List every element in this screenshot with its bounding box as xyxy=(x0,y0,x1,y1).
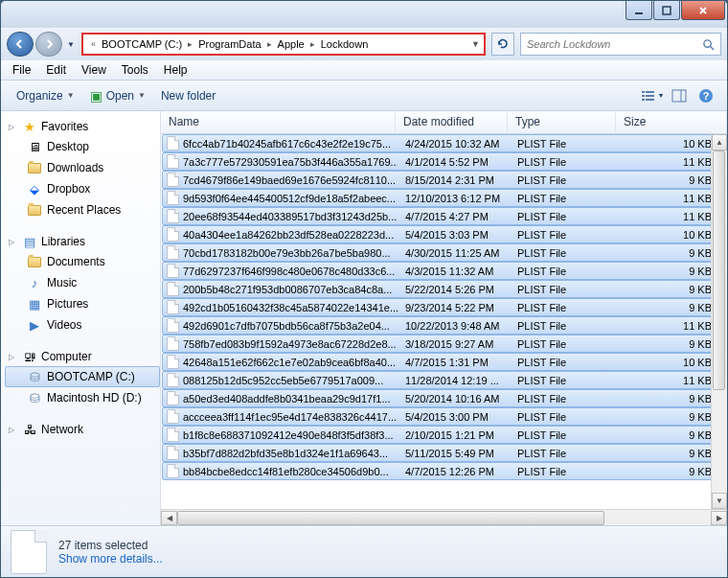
file-date: 9/23/2014 5:22 PM xyxy=(398,302,510,313)
file-list[interactable]: 6fcc4ab71b40245afb617c6c43e2f2e19c75...4… xyxy=(161,134,727,509)
sidebar-item-macintosh[interactable]: ⛁Macintosh HD (D:) xyxy=(5,387,160,408)
open-button[interactable]: ▣Open▼ xyxy=(82,85,153,106)
column-type[interactable]: Type xyxy=(508,111,616,133)
table-row[interactable]: 088125b12d5c952cc5eb5e6779517a009...11/2… xyxy=(162,371,726,389)
search-box[interactable] xyxy=(520,33,721,56)
sidebar-libraries-header[interactable]: ▷▤Libraries xyxy=(5,232,160,251)
sidebar-item-bootcamp[interactable]: ⛁BOOTCAMP (C:) xyxy=(5,366,160,387)
svg-rect-4 xyxy=(642,91,645,93)
table-row[interactable]: b35bf7d882d2bfd35e8b1d324e1f1a69643...5/… xyxy=(162,444,726,462)
breadcrumb-item[interactable]: ProgramData xyxy=(196,37,262,51)
file-type: PLIST File xyxy=(510,429,618,441)
sidebar-item-recent[interactable]: Recent Places xyxy=(5,199,160,220)
table-row[interactable]: 9d593f0f64ee445400512cf9de18a5f2abeec...… xyxy=(162,189,726,207)
table-row[interactable]: 7cd4679f86e149baed69e1676e5924fc8110...8… xyxy=(162,171,726,189)
view-mode-button[interactable]: ▼ xyxy=(639,85,666,106)
sidebar-favorites-header[interactable]: ▷★Favorites xyxy=(5,117,160,136)
menu-tools[interactable]: Tools xyxy=(114,61,156,79)
scroll-left-arrow[interactable]: ◀ xyxy=(161,511,177,525)
horizontal-scrollbar[interactable]: ◀ ▶ xyxy=(161,509,727,525)
nav-forward-button[interactable] xyxy=(35,32,62,57)
file-type: PLIST File xyxy=(510,156,618,168)
nav-history-dropdown[interactable]: ▼ xyxy=(64,33,78,56)
explorer-window: ▼ « BOOTCAMP (C:)▸ ProgramData▸ Apple▸ L… xyxy=(0,0,728,578)
table-row[interactable]: bb84bcbe8edcc14f81efb280ce34506d9b0...4/… xyxy=(162,462,726,480)
column-name[interactable]: Name xyxy=(161,111,396,133)
file-name: 42648a151e62f662c1e7e02ab9cea6bf8a40... xyxy=(183,357,396,368)
table-row[interactable]: 200b5b48c271f953db0086707eb3ca84c8a...5/… xyxy=(162,280,726,298)
titlebar[interactable] xyxy=(1,1,727,28)
network-icon: 🖧 xyxy=(22,422,37,437)
file-size: 9 KB xyxy=(618,338,725,350)
new-folder-button[interactable]: New folder xyxy=(153,86,223,105)
file-type: PLIST File xyxy=(510,284,618,295)
table-row[interactable]: 6fcc4ab71b40245afb617c6c43e2f2e19c75...4… xyxy=(162,134,726,152)
file-date: 5/4/2015 3:00 PM xyxy=(398,411,510,423)
sidebar-item-dropbox[interactable]: ⬙Dropbox xyxy=(5,178,160,199)
table-row[interactable]: 42648a151e62f662c1e7e02ab9cea6bf8a40...4… xyxy=(162,353,726,371)
documents-icon xyxy=(27,254,42,269)
file-date: 4/7/2015 1:31 PM xyxy=(398,357,510,368)
sidebar-item-desktop[interactable]: 🖥Desktop xyxy=(5,136,160,157)
file-date: 12/10/2013 6:12 PM xyxy=(398,193,510,204)
vertical-scrollbar[interactable]: ▲ ▼ xyxy=(711,134,727,509)
sidebar-item-pictures[interactable]: ▦Pictures xyxy=(5,293,160,314)
menu-view[interactable]: View xyxy=(74,61,114,79)
table-row[interactable]: 492d6901c7dfb7075bdb56ca8f75b3a2e04...10… xyxy=(162,316,726,335)
file-icon xyxy=(167,428,179,442)
sidebar-computer-header[interactable]: ▷🖳Computer xyxy=(5,347,160,366)
sidebar-item-videos[interactable]: ▶Videos xyxy=(5,314,160,335)
menu-help[interactable]: Help xyxy=(156,61,195,79)
table-row[interactable]: accceea3ff114f1ec95e4d174e838326c4417...… xyxy=(162,407,726,426)
maximize-button[interactable] xyxy=(653,1,680,20)
show-more-details-link[interactable]: Show more details... xyxy=(58,552,163,566)
nav-back-button[interactable] xyxy=(7,32,34,57)
file-type: PLIST File xyxy=(510,138,618,150)
table-row[interactable]: 20ee68f93544ed403389517bd3f31243d25b...4… xyxy=(162,207,726,225)
table-row[interactable]: 492cd1b05160432f38c45a5874022e14341e...9… xyxy=(162,298,726,316)
file-icon xyxy=(167,282,179,296)
search-input[interactable] xyxy=(527,38,702,50)
breadcrumb-item[interactable]: Lockdown xyxy=(319,37,371,51)
menu-file[interactable]: File xyxy=(5,61,38,79)
breadcrumb-item[interactable]: BOOTCAMP (C:) xyxy=(100,37,184,51)
sidebar-item-documents[interactable]: Documents xyxy=(5,251,160,272)
preview-pane-button[interactable] xyxy=(666,85,693,106)
details-pane: 27 items selected Show more details... xyxy=(1,525,727,578)
scroll-right-arrow[interactable]: ▶ xyxy=(711,511,727,525)
menu-edit[interactable]: Edit xyxy=(38,61,74,79)
file-type: PLIST File xyxy=(510,375,618,386)
table-row[interactable]: 40a4304ee1a84262bb23df528ea0228223d...5/… xyxy=(162,225,726,243)
table-row[interactable]: a50ed3ed408addfe8b0341beaa29c9d17f1...5/… xyxy=(162,389,726,407)
table-row[interactable]: 758fb7ed083b9f1592a4973e8ac67228d2e8...3… xyxy=(162,335,726,353)
refresh-button[interactable] xyxy=(491,33,514,56)
file-size: 9 KB xyxy=(618,466,725,477)
organize-button[interactable]: Organize▼ xyxy=(9,86,82,105)
address-bar[interactable]: « BOOTCAMP (C:)▸ ProgramData▸ Apple▸ Loc… xyxy=(81,33,486,56)
file-date: 4/7/2015 12:26 PM xyxy=(398,466,510,477)
file-name: 7a3c777e572930591ea75b3f446a355a1769... xyxy=(183,156,398,168)
breadcrumb-item[interactable]: Apple xyxy=(276,37,307,51)
scroll-thumb[interactable] xyxy=(713,150,725,390)
breadcrumb-overflow-icon[interactable]: « xyxy=(87,39,100,49)
file-icon xyxy=(167,136,179,150)
videos-icon: ▶ xyxy=(27,317,42,333)
sidebar-item-downloads[interactable]: Downloads xyxy=(5,157,160,178)
table-row[interactable]: 77d6297237f646f998c480e0678c480d33c6...4… xyxy=(162,262,726,280)
sidebar-item-music[interactable]: ♪Music xyxy=(5,272,160,293)
table-row[interactable]: 7a3c777e572930591ea75b3f446a355a1769...4… xyxy=(162,152,726,171)
file-size: 9 KB xyxy=(618,411,725,423)
minimize-button[interactable] xyxy=(626,1,652,20)
help-button[interactable]: ? xyxy=(693,85,719,106)
scroll-up-arrow[interactable]: ▲ xyxy=(712,134,727,150)
scroll-thumb[interactable] xyxy=(177,511,604,525)
address-dropdown-icon[interactable]: ▼ xyxy=(471,39,480,49)
column-size[interactable]: Size xyxy=(616,111,727,133)
table-row[interactable]: b1f8c8e688371092412e490e848f3f5df38f3...… xyxy=(162,426,726,444)
sidebar-network-header[interactable]: ▷🖧Network xyxy=(5,420,160,439)
column-date[interactable]: Date modified xyxy=(396,111,508,133)
close-button[interactable] xyxy=(681,1,725,20)
file-name: 40a4304ee1a84262bb23df528ea0228223d... xyxy=(183,229,394,241)
table-row[interactable]: 70cbd1783182b00e79e3bb26a7be5ba980...4/3… xyxy=(162,243,726,262)
scroll-down-arrow[interactable]: ▼ xyxy=(712,493,727,509)
